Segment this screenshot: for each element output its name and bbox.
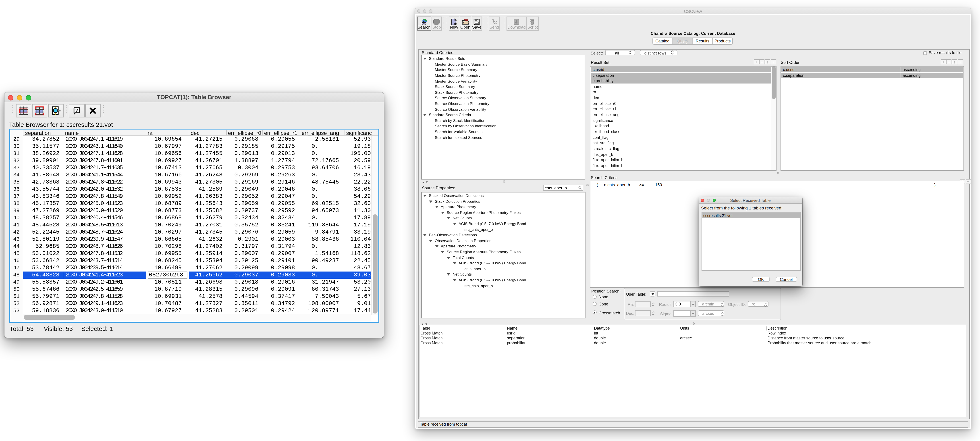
svg-text:?: ?: [75, 108, 78, 113]
